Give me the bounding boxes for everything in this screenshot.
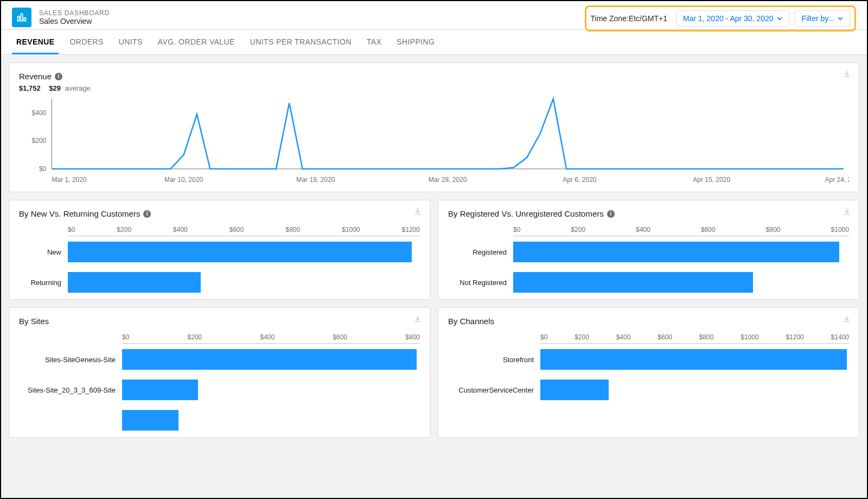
axis-tick: $400 <box>616 333 631 341</box>
bar-row: New <box>19 242 420 262</box>
by-sites-card: By Sites $0$200$400$600$800 Sites-SiteGe… <box>9 307 430 438</box>
chart-bars: New Returning <box>19 242 420 293</box>
bar-label: New <box>19 248 68 256</box>
axis-tick: $200 <box>117 226 131 233</box>
by-channels-card: By Channels $0$200$400$600$800$1000$1200… <box>438 307 859 438</box>
svg-text:Mar 10, 2020: Mar 10, 2020 <box>164 176 203 184</box>
bar-label: Sites-SiteGenesis-Site <box>19 356 122 364</box>
chart-axis: $0$200$400$600$800$1000$1200 <box>68 224 420 236</box>
bar-fill <box>68 272 201 293</box>
reg-unreg-card: By Registered Vs. Unregistered Customers… <box>438 200 859 300</box>
svg-rect-0 <box>18 16 20 21</box>
svg-text:Apr 15, 2020: Apr 15, 2020 <box>693 176 730 184</box>
header-highlight-area: Time Zone:Etc/GMT+1 Mar 1, 2020 - Apr 30… <box>585 5 856 31</box>
chart-bars: Registered Not Registered <box>448 242 849 293</box>
tab-units-per-transaction[interactable]: UNITS PER TRANSACTION <box>246 30 356 54</box>
bar-track <box>122 380 420 400</box>
page-title: Sales Overview <box>39 17 110 26</box>
axis-tick: $200 <box>571 226 585 233</box>
tab-revenue[interactable]: REVENUE <box>12 30 59 54</box>
axis-tick: $800 <box>766 226 781 233</box>
bar-fill <box>540 349 847 370</box>
bar-track <box>540 380 849 400</box>
bar-track <box>68 242 420 262</box>
filter-button[interactable]: Filter by... <box>795 10 850 27</box>
bar-fill <box>122 349 417 370</box>
card-title-text: By Sites <box>19 317 49 326</box>
axis-tick: $0 <box>68 226 75 233</box>
revenue-avg-label: average <box>65 84 91 92</box>
svg-rect-2 <box>24 18 25 21</box>
info-icon[interactable]: i <box>607 210 615 218</box>
bar-row: Registered <box>448 242 849 262</box>
axis-tick: $800 <box>285 226 300 233</box>
axis-tick: $600 <box>229 226 244 233</box>
bar-row: Returning <box>19 272 420 293</box>
download-icon[interactable] <box>413 207 422 216</box>
axis-tick: $600 <box>658 333 672 341</box>
revenue-total: $1,752 <box>19 84 41 92</box>
bar-track <box>68 272 420 293</box>
bar-row: Sites-SiteGenesis-Site <box>19 349 420 370</box>
axis-tick: $1200 <box>402 226 420 233</box>
bar-fill <box>122 410 178 431</box>
charts-row-2: By Sites $0$200$400$600$800 Sites-SiteGe… <box>9 307 859 438</box>
axis-tick: $0 <box>122 333 129 341</box>
new-returning-card: By New Vs. Returning Customers i $0$200$… <box>9 200 430 300</box>
download-icon[interactable] <box>413 314 422 323</box>
card-title: By Registered Vs. Unregistered Customers… <box>448 209 849 218</box>
bar-track <box>122 349 420 370</box>
axis-tick: $0 <box>513 226 520 233</box>
chart-bars: Storefront CustomerServiceCenter <box>448 349 849 400</box>
card-title: By Sites <box>19 317 420 326</box>
bar-row <box>19 410 420 431</box>
axis-tick: $600 <box>701 226 716 233</box>
tab-units[interactable]: UNITS <box>114 30 147 54</box>
bar-label: Storefront <box>448 356 540 364</box>
svg-text:Apr 24, 2020: Apr 24, 2020 <box>825 176 849 184</box>
svg-text:$0: $0 <box>39 165 47 173</box>
new-returning-chart: $0$200$400$600$800$1000$1200 New Returni… <box>19 224 420 293</box>
bar-fill <box>513 242 839 262</box>
info-icon[interactable]: i <box>143 210 151 218</box>
dashboard-icon <box>12 8 31 27</box>
tab-tax[interactable]: TAX <box>362 30 386 54</box>
bar-track <box>513 242 849 262</box>
svg-text:Mar 1, 2020: Mar 1, 2020 <box>52 176 87 184</box>
axis-tick: $1200 <box>786 333 803 341</box>
axis-tick: $1400 <box>831 333 849 341</box>
axis-tick: $200 <box>188 333 202 341</box>
bar-fill <box>540 380 609 400</box>
reg-unreg-chart: $0$200$400$600$800$1000 Registered Not R… <box>448 224 849 293</box>
bar-row: Sites-Site_20_3_3_609-Site <box>19 380 420 400</box>
axis-tick: $600 <box>333 333 347 341</box>
bar-label: Not Registered <box>448 279 513 287</box>
axis-tick: $1000 <box>342 226 360 233</box>
revenue-kpis: $1,752 $29 average <box>19 84 849 92</box>
svg-text:$200: $200 <box>32 137 47 144</box>
download-icon[interactable] <box>843 70 851 78</box>
bar-row: Not Registered <box>448 272 849 293</box>
axis-tick: $0 <box>540 333 547 341</box>
card-title: By Channels <box>448 317 849 326</box>
chevron-down-icon <box>777 16 782 21</box>
download-icon[interactable] <box>843 207 851 216</box>
bar-fill <box>68 242 412 262</box>
revenue-line-chart: $0$200$400 Mar 1, 2020Mar 10, 2020Mar 19… <box>19 96 849 185</box>
download-icon[interactable] <box>843 314 851 323</box>
header-titles: SALES DASHBOARD Sales Overview <box>39 9 110 26</box>
tab-avg-order-value[interactable]: AVG. ORDER VALUE <box>154 30 239 54</box>
charts-row-1: By New Vs. Returning Customers i $0$200$… <box>9 200 859 300</box>
bar-track <box>513 272 849 293</box>
chart-axis: $0$200$400$600$800 <box>122 331 420 344</box>
dashboard-content: Revenue i $1,752 $29 average $0$200$400 … <box>1 55 867 445</box>
bar-label: CustomerServiceCenter <box>448 386 540 394</box>
card-title: By New Vs. Returning Customers i <box>19 209 420 218</box>
date-range-picker[interactable]: Mar 1, 2020 - Apr 30, 2020 <box>676 10 789 27</box>
svg-rect-1 <box>21 14 22 21</box>
tab-orders[interactable]: ORDERS <box>65 30 107 54</box>
bar-row: Storefront <box>448 349 849 370</box>
tab-shipping[interactable]: SHIPPING <box>392 30 439 54</box>
info-icon[interactable]: i <box>55 73 62 80</box>
chart-axis: $0$200$400$600$800$1000$1200$1400 <box>540 331 849 344</box>
